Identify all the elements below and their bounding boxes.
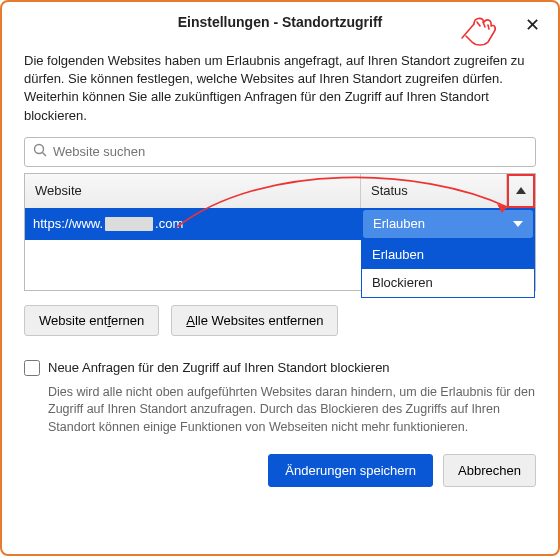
- remove-all-websites-button[interactable]: Alle Websites entfernen: [171, 305, 338, 336]
- cell-status: Erlauben: [361, 208, 535, 240]
- search-input[interactable]: [53, 144, 527, 159]
- svg-point-0: [35, 145, 44, 154]
- remove-website-button[interactable]: Website entfernen: [24, 305, 159, 336]
- sort-ascending-icon: [516, 187, 526, 194]
- block-new-requests-label: Neue Anfragen für den Zugriff auf Ihren …: [48, 360, 390, 375]
- website-table: Website Status https://www..com Erlauben: [24, 173, 536, 291]
- column-header-status[interactable]: Status: [361, 174, 507, 208]
- url-suffix: .com: [155, 216, 183, 231]
- dialog-title: Einstellungen - Standortzugriff: [178, 14, 383, 30]
- status-selected-label: Erlauben: [373, 216, 425, 231]
- chevron-down-icon: [513, 221, 523, 227]
- save-button[interactable]: Änderungen speichern: [268, 454, 433, 487]
- content-area: Die folgenden Websites haben um Erlaubni…: [2, 42, 558, 436]
- column-header-website[interactable]: Website: [25, 174, 361, 208]
- search-icon: [33, 143, 47, 160]
- cell-website: https://www..com: [25, 208, 361, 240]
- dropdown-option-block[interactable]: Blockieren: [362, 269, 534, 297]
- block-new-requests-row: Neue Anfragen für den Zugriff auf Ihren …: [24, 360, 536, 376]
- description-text: Die folgenden Websites haben um Erlaubni…: [24, 52, 536, 125]
- cancel-button[interactable]: Abbrechen: [443, 454, 536, 487]
- redacted-domain: [105, 217, 153, 231]
- titlebar: Einstellungen - Standortzugriff ✕: [2, 2, 558, 42]
- status-select[interactable]: Erlauben: [363, 210, 533, 238]
- url-prefix: https://www.: [33, 216, 103, 231]
- dialog-footer: Änderungen speichern Abbrechen: [2, 436, 558, 487]
- table-row[interactable]: https://www..com Erlauben: [25, 208, 535, 240]
- sort-toggle[interactable]: [507, 174, 535, 208]
- block-new-requests-checkbox[interactable]: [24, 360, 40, 376]
- button-row: Website entfernen Alle Websites entferne…: [24, 305, 536, 336]
- svg-line-1: [43, 153, 47, 157]
- search-box[interactable]: [24, 137, 536, 167]
- dropdown-option-allow[interactable]: Erlauben: [362, 241, 534, 269]
- block-new-requests-help: Dies wird alle nicht oben aufgeführten W…: [48, 384, 536, 437]
- table-body: https://www..com Erlauben Erlauben Block…: [25, 208, 535, 290]
- table-header: Website Status: [25, 174, 535, 208]
- settings-dialog: Einstellungen - Standortzugriff ✕ Die fo…: [0, 0, 560, 556]
- status-dropdown: Erlauben Blockieren: [361, 240, 535, 298]
- close-icon[interactable]: ✕: [519, 12, 546, 38]
